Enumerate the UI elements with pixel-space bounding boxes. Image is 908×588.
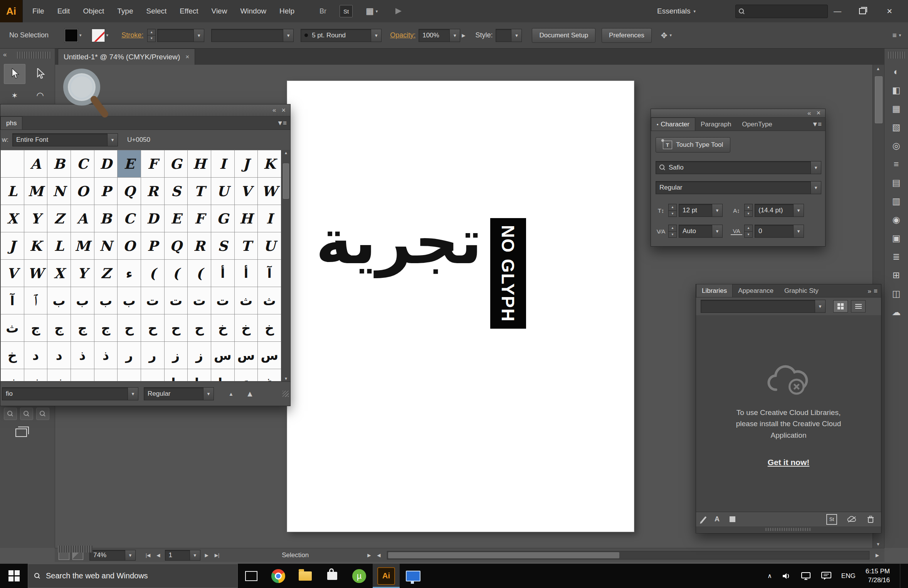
glyph-cell[interactable]: س xyxy=(211,342,234,369)
glyph-cell[interactable]: Y xyxy=(71,260,94,287)
menu-edit[interactable]: Edit xyxy=(51,7,77,15)
leading-stepper[interactable]: ▲▼ xyxy=(744,204,753,217)
file-explorer-button[interactable] xyxy=(292,564,319,588)
transparency-icon[interactable]: ▥ xyxy=(888,193,905,209)
brushes-icon[interactable]: ▧ xyxy=(888,119,905,135)
restore-button[interactable] xyxy=(852,0,873,22)
opacity-expand-icon[interactable]: ▶ xyxy=(460,33,467,38)
network-icon[interactable] xyxy=(801,572,811,580)
menu-object[interactable]: Object xyxy=(76,7,111,15)
font-size-stepper[interactable]: ▲▼ xyxy=(668,204,677,217)
glyph-cell[interactable]: ت xyxy=(211,287,234,314)
dock-grip[interactable] xyxy=(888,52,905,59)
glyph-cell[interactable]: R xyxy=(188,232,211,259)
libraries-icon[interactable]: ☁ xyxy=(888,304,905,320)
glyph-cell[interactable]: ج xyxy=(47,314,71,341)
chevron-down-icon[interactable]: ▼ xyxy=(810,181,821,194)
font-style-combo[interactable]: Regular ▼ xyxy=(656,181,821,194)
scroll-down-icon[interactable]: ▼ xyxy=(284,376,288,381)
glyph-cell[interactable]: P xyxy=(94,178,118,205)
font-size-combo[interactable]: 12 pt ▼ xyxy=(679,204,723,217)
glyph-cell[interactable]: ض xyxy=(141,369,164,381)
menu-view[interactable]: View xyxy=(205,7,234,15)
glyph-cell[interactable]: Z xyxy=(47,205,71,232)
libraries-scrollbar[interactable] xyxy=(696,526,881,533)
glyph-cell[interactable]: غ xyxy=(258,369,281,381)
noglyph-object[interactable]: NO GLYPH xyxy=(490,218,526,329)
glyph-cell[interactable]: J xyxy=(1,232,24,259)
glyph-cell[interactable]: ح xyxy=(188,314,211,341)
glyphs-scrollbar[interactable]: ▲ ▼ xyxy=(281,150,290,381)
chevron-down-icon[interactable]: ▼ xyxy=(107,134,118,146)
glyph-cell[interactable]: ض xyxy=(118,369,141,381)
style-combo[interactable]: ▼ xyxy=(496,29,522,42)
glyph-cell[interactable]: ب xyxy=(94,287,118,314)
variable-width-combo[interactable]: ▼ xyxy=(211,29,294,42)
start-button[interactable] xyxy=(0,564,28,588)
fill-color-swatch[interactable] xyxy=(65,29,78,42)
glyph-cell[interactable]: ث xyxy=(235,287,258,314)
glyph-cell[interactable]: ت xyxy=(188,287,211,314)
stock-button[interactable]: St xyxy=(340,5,353,17)
character-panel-titlebar[interactable]: « × xyxy=(651,109,825,118)
zoom-in-glyphs-icon[interactable]: ▲ xyxy=(246,389,254,398)
glyph-cell[interactable]: ص xyxy=(71,369,94,381)
tab-graphic-styles[interactable]: Graphic Sty xyxy=(779,284,824,297)
utorrent-button[interactable]: µ xyxy=(346,564,373,588)
show-hidden-icons-icon[interactable]: ∧ xyxy=(767,572,772,580)
scroll-down-icon[interactable]: ▼ xyxy=(876,542,880,546)
gradient-icon[interactable]: ▤ xyxy=(888,175,905,191)
glyph-cell[interactable]: F xyxy=(188,205,211,232)
glyph-cell[interactable]: ح xyxy=(141,314,164,341)
first-artboard-icon[interactable]: |◀ xyxy=(144,553,152,558)
illustrator-taskbar-button[interactable]: Ai xyxy=(373,564,400,588)
glyph-cell[interactable]: ر xyxy=(118,342,141,369)
panel-menu-icon[interactable]: ▼≡ xyxy=(277,119,286,127)
glyph-cell[interactable]: ب xyxy=(118,287,141,314)
control-panel-menu[interactable]: ≡ ▾ xyxy=(892,31,901,40)
menu-help[interactable]: Help xyxy=(273,7,301,15)
asset-export-icon[interactable]: ◫ xyxy=(888,286,905,302)
collapse-panel-icon[interactable]: « xyxy=(272,106,276,114)
scrollbar-thumb[interactable] xyxy=(875,76,883,123)
status-menu-icon[interactable]: ▶ xyxy=(366,553,372,558)
add-graphic-icon[interactable] xyxy=(701,516,707,522)
scrollbar-thumb[interactable] xyxy=(283,163,289,199)
glyph-cell[interactable]: ش xyxy=(1,369,24,381)
task-view-button[interactable] xyxy=(238,564,265,588)
glyph-cell[interactable]: V xyxy=(1,260,24,287)
glyph-cell[interactable]: E xyxy=(118,150,141,177)
glyph-cell[interactable]: I xyxy=(258,205,281,232)
glyph-cell[interactable]: K xyxy=(24,232,47,259)
graphic-styles-icon[interactable]: ▣ xyxy=(888,230,905,246)
font-family-combo[interactable]: Safio ▼ xyxy=(656,161,821,174)
grid-view-button[interactable] xyxy=(833,300,848,312)
glyph-cell[interactable]: Z xyxy=(94,260,118,287)
app-window-button[interactable] xyxy=(400,564,427,588)
glyph-cell[interactable]: ش xyxy=(24,369,47,381)
close-panel-icon[interactable]: × xyxy=(816,109,821,117)
workspace-switcher[interactable]: Essentials ▾ xyxy=(657,0,696,22)
taskbar-search[interactable]: Search the web and Windows xyxy=(28,564,238,588)
next-artboard-icon[interactable]: ▶ xyxy=(203,553,210,558)
arrange-documents-button[interactable]: ▦ ▾ xyxy=(366,6,378,16)
glyph-cell[interactable]: ث xyxy=(258,287,281,314)
delete-icon[interactable] xyxy=(867,516,874,523)
chevron-down-icon[interactable]: ▼ xyxy=(511,29,521,42)
panel-menu-icon[interactable]: ▼≡ xyxy=(812,121,821,128)
library-select-combo[interactable]: ▼ xyxy=(701,300,826,313)
scroll-left-icon[interactable]: ◀ xyxy=(375,553,382,558)
menu-window[interactable]: Window xyxy=(234,7,273,15)
zoom-out-glyphs-icon[interactable]: ▲ xyxy=(229,391,234,397)
glyph-cell[interactable]: ( xyxy=(188,260,211,287)
glyph-cell[interactable]: ظ xyxy=(211,369,234,381)
glyph-cell[interactable]: آ xyxy=(258,260,281,287)
glyph-cell[interactable]: X xyxy=(1,205,24,232)
glyph-cell[interactable]: M xyxy=(71,232,94,259)
chevron-down-icon[interactable]: ▼ xyxy=(193,29,204,42)
glyph-cell[interactable]: د xyxy=(47,342,71,369)
glyphs-panel-titlebar[interactable]: « × xyxy=(0,104,290,116)
show-desktop-button[interactable] xyxy=(900,564,903,588)
glyph-cell[interactable]: C xyxy=(71,150,94,177)
glyph-cell[interactable]: ح xyxy=(165,314,188,341)
